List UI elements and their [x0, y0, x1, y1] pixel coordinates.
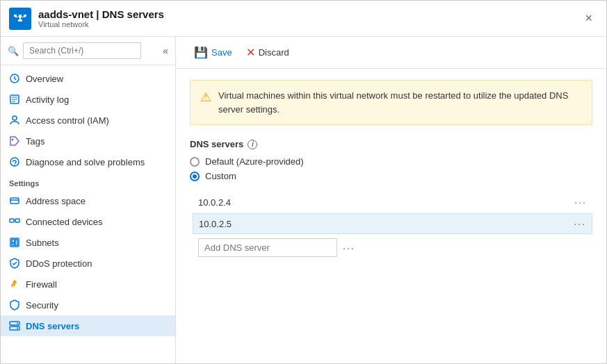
main-content: 🔍 « Overview Activity log [1, 37, 606, 363]
radio-default-label: Default (Azure-provided) [205, 156, 304, 167]
settings-section-header: Settings [1, 172, 175, 190]
sidebar-item-iam-label: Access control (IAM) [26, 115, 109, 126]
sidebar-item-overview-label: Overview [26, 74, 63, 84]
right-panel: 💾 Save ✕ Discard ⚠ Virtual machines with… [176, 37, 606, 363]
panel-body: ⚠ Virtual machines within this virtual n… [176, 69, 606, 363]
dns-servers-icon [9, 320, 20, 331]
sidebar-item-activity-log[interactable]: Activity log [1, 89, 175, 110]
collapse-sidebar-button[interactable]: « [163, 45, 168, 56]
app-window: aadds-vnet | DNS servers Virtual network… [0, 0, 607, 364]
svg-point-26 [17, 323, 18, 324]
dns-section-title: DNS servers [190, 139, 243, 149]
search-icon: 🔍 [8, 46, 19, 56]
address-space-icon [9, 195, 20, 206]
discard-icon: ✕ [246, 46, 255, 59]
svg-rect-17 [10, 219, 14, 222]
dns-entry-ip-1: 10.0.2.5 [199, 219, 568, 229]
dns-entry-0: 10.0.2.4 ··· [193, 192, 592, 212]
sidebar: 🔍 « Overview Activity log [1, 37, 176, 363]
window-subtitle: Virtual network [38, 20, 164, 28]
save-button[interactable]: 💾 Save [187, 42, 239, 63]
info-icon[interactable]: i [248, 140, 257, 149]
tags-icon [9, 135, 20, 147]
sidebar-item-dns-servers[interactable]: DNS servers [1, 315, 175, 336]
save-icon: 💾 [194, 46, 208, 59]
svg-rect-5 [18, 19, 22, 22]
subnets-icon [9, 237, 20, 248]
dns-entry-ip-0: 10.0.2.4 [198, 197, 569, 208]
warning-banner: ⚠ Virtual machines within this virtual n… [190, 80, 592, 125]
radio-default[interactable]: Default (Azure-provided) [190, 156, 592, 167]
iam-icon [9, 115, 20, 126]
search-input[interactable] [23, 42, 141, 59]
dns-entry-menu-0[interactable]: ··· [574, 197, 587, 208]
svg-rect-2 [24, 15, 26, 17]
window-title: aadds-vnet | DNS servers [38, 8, 164, 20]
overview-icon [9, 73, 20, 84]
radio-custom[interactable]: Custom [190, 171, 592, 181]
svg-rect-23 [15, 240, 17, 245]
svg-point-27 [17, 328, 18, 329]
security-icon [9, 299, 20, 311]
svg-point-14 [14, 165, 15, 166]
radio-custom-label: Custom [205, 171, 236, 181]
radio-group: Default (Azure-provided) Custom [190, 156, 592, 181]
sidebar-item-iam[interactable]: Access control (IAM) [1, 110, 175, 131]
sidebar-nav: Overview Activity log Access control (IA… [1, 65, 175, 363]
svg-rect-4 [19, 17, 21, 19]
discard-button[interactable]: ✕ Discard [239, 42, 296, 63]
svg-rect-18 [15, 219, 19, 222]
sidebar-item-dns-servers-label: DNS servers [26, 321, 79, 331]
sidebar-item-overview[interactable]: Overview [1, 68, 175, 89]
add-dns-input[interactable] [198, 238, 337, 257]
connected-devices-icon [9, 216, 20, 227]
titlebar-left: aadds-vnet | DNS servers Virtual network [9, 8, 164, 30]
dns-entries: 10.0.2.4 ··· 10.0.2.5 ··· ··· [193, 192, 592, 260]
search-box: 🔍 « [1, 37, 175, 65]
sidebar-item-security-label: Security [26, 300, 58, 311]
ddos-icon [9, 258, 20, 269]
discard-label: Discard [259, 47, 289, 58]
sidebar-item-ddos-label: DDoS protection [26, 258, 92, 269]
warning-icon: ⚠ [200, 90, 211, 105]
sidebar-item-subnets[interactable]: Subnets [1, 232, 175, 253]
warning-text: Virtual machines within this virtual net… [218, 89, 582, 116]
svg-rect-15 [10, 198, 19, 204]
svg-rect-1 [19, 15, 22, 17]
sidebar-item-connected-devices[interactable]: Connected devices [1, 211, 175, 232]
sidebar-item-subnets-label: Subnets [26, 238, 59, 248]
sidebar-item-firewall-label: Firewall [26, 279, 57, 290]
activity-log-icon [9, 94, 20, 105]
svg-rect-0 [14, 15, 17, 17]
svg-point-11 [13, 116, 17, 120]
radio-default-circle [190, 157, 200, 167]
titlebar: aadds-vnet | DNS servers Virtual network… [1, 1, 606, 37]
dns-label: DNS servers i [190, 139, 592, 149]
sidebar-item-connected-devices-label: Connected devices [26, 217, 103, 227]
svg-rect-22 [12, 243, 15, 245]
svg-rect-21 [12, 240, 15, 242]
sidebar-item-tags[interactable]: Tags [1, 131, 175, 151]
toolbar: 💾 Save ✕ Discard [176, 37, 606, 69]
add-dns-menu[interactable]: ··· [343, 242, 355, 254]
sidebar-item-ddos[interactable]: DDoS protection [1, 253, 175, 274]
dns-entry-1: 10.0.2.5 ··· [193, 213, 592, 234]
close-button[interactable]: × [579, 8, 598, 28]
sidebar-item-activity-log-label: Activity log [26, 94, 69, 105]
radio-custom-circle [190, 172, 200, 181]
dns-entry-menu-1[interactable]: ··· [574, 218, 586, 229]
sidebar-item-address-space[interactable]: Address space [1, 190, 175, 211]
sidebar-item-address-space-label: Address space [26, 196, 86, 206]
sidebar-item-firewall[interactable]: Firewall [1, 274, 175, 295]
svg-rect-3 [15, 17, 25, 17]
sidebar-item-diagnose[interactable]: Diagnose and solve problems [1, 151, 175, 172]
titlebar-text: aadds-vnet | DNS servers Virtual network [38, 8, 164, 28]
app-icon [9, 8, 31, 30]
diagnose-icon [9, 156, 20, 167]
add-dns-row: ··· [193, 235, 592, 260]
sidebar-item-diagnose-label: Diagnose and solve problems [26, 157, 145, 167]
firewall-icon [9, 279, 20, 290]
save-label: Save [211, 47, 232, 58]
dns-section: DNS servers i Default (Azure-provided) C… [190, 139, 592, 260]
sidebar-item-security[interactable]: Security [1, 295, 175, 315]
